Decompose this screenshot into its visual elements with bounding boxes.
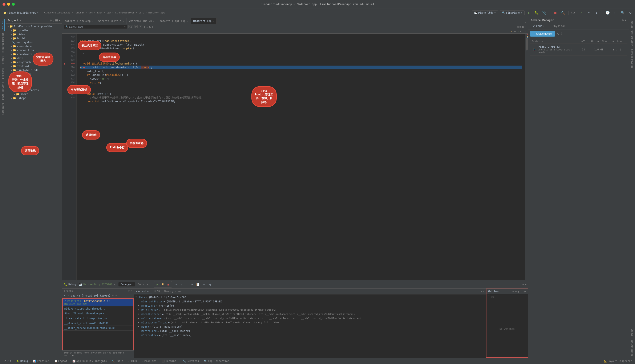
tab-close-icon[interactable]: ×: [213, 20, 214, 22]
search-settings-icon[interactable]: ⚙: [522, 25, 524, 28]
problems-tab[interactable]: ⚠ Problems: [141, 359, 158, 363]
sidebar-item-project[interactable]: Project: [1, 19, 5, 31]
frame-item-4[interactable]: __pthread_start(void*) 0x0000...: [63, 321, 133, 326]
code-collapse-button[interactable]: ⋮: [524, 30, 526, 33]
tab-midiport-cpp[interactable]: MidiPort.cpp ×: [191, 18, 217, 24]
debug-tab-close[interactable]: ×: [114, 283, 115, 286]
debugger-tab[interactable]: Debugger: [118, 282, 135, 286]
tree-item-easytouch[interactable]: ▶ 📂 easytouch: [6, 60, 62, 64]
debug-button[interactable]: 🐛: [534, 10, 540, 16]
prev-result-button[interactable]: ↑: [143, 25, 145, 28]
tree-item-libppc[interactable]: ▶ 📂 libppc: [6, 96, 62, 100]
frames-options-button[interactable]: ▾: [130, 290, 132, 292]
evaluate-expression-button[interactable]: 📋: [195, 282, 200, 287]
watch-expression-input[interactable]: [488, 295, 526, 299]
watches-more-icon[interactable]: ≫: [523, 290, 526, 293]
project-dropdown-arrow[interactable]: ▾: [20, 19, 21, 22]
var-write-listener[interactable]: ▶ mWriteListener = {std::__ndk1::vector<…: [134, 316, 486, 320]
running-devices-tab[interactable]: Running Devices: [630, 48, 634, 70]
search-close-icon[interactable]: ×: [525, 25, 526, 28]
device-col-header[interactable]: Device ▲: [532, 40, 576, 43]
move-up-icon[interactable]: ↑: [518, 290, 519, 293]
tree-item-composition[interactable]: ▶ 📂 composition: [6, 48, 62, 52]
tree-item-libaircast[interactable]: ▶ 📂 libaircast: [6, 80, 62, 84]
git-bottom-tab[interactable]: ⎇ Git: [2, 359, 13, 363]
vars-collapse-icon[interactable]: ⊟: [483, 290, 484, 293]
sidebar-item-structure[interactable]: Structure: [1, 102, 5, 116]
run-device-button[interactable]: ▶: [613, 48, 614, 51]
todo-tab[interactable]: ☑ TODO: [127, 359, 138, 363]
tab-waterfallimpl-h[interactable]: WaterfallImpl.h ×: [126, 18, 157, 24]
notifications-tab[interactable]: Notifications: [630, 338, 634, 358]
lldb-tab[interactable]: LLDB: [152, 289, 162, 294]
filter-frames-button[interactable]: ▽: [128, 290, 130, 292]
step-into-button[interactable]: ↓: [179, 282, 184, 287]
editor-scrollbar[interactable]: [525, 34, 528, 280]
build-button[interactable]: 🔨: [560, 10, 566, 16]
var-port-info[interactable]: ▶ mPortInfo = {PortInfo}: [134, 304, 486, 308]
attach-button[interactable]: 📎: [541, 10, 547, 16]
run-config-dropdown[interactable]: 🔍 FindPiano ▾: [500, 10, 524, 15]
var-status-lock[interactable]: mStatusLock = {std::__ndk1::mutex}: [134, 333, 486, 337]
profiler-bottom-tab[interactable]: 📊 Profiler: [32, 359, 51, 363]
services-tab[interactable]: 🔧 Services: [181, 359, 200, 363]
layout-inspector-tab[interactable]: 📐 Layout Inspector: [602, 359, 633, 363]
title-bar-buttons[interactable]: [3, 3, 15, 6]
physical-tab[interactable]: Physical: [548, 23, 570, 29]
git-check-button[interactable]: ✓: [578, 10, 584, 16]
app-quality-insights-tab[interactable]: 📈 App Quality Insights: [71, 359, 108, 363]
frame-item-0[interactable]: ✓ MidiPort:: notifyChannels () MidiPort.…: [63, 299, 133, 306]
case-sensitive-btn[interactable]: Cc: [128, 25, 133, 28]
whole-word-btn[interactable]: W: [134, 25, 138, 28]
var-lock[interactable]: ▶ mLock = {std::__ndk1::mutex}: [134, 325, 486, 329]
virtual-tab[interactable]: Virtual: [528, 23, 548, 29]
stop-debug-button[interactable]: ■: [166, 282, 171, 287]
logcat-bottom-tab[interactable]: 📋 Logcat: [53, 359, 69, 363]
search-filter-icon[interactable]: ⊞: [517, 25, 518, 28]
tab-waterfalllife-h[interactable]: WaterfallLife.h ×: [96, 18, 126, 24]
step-out-button[interactable]: ↑: [184, 282, 189, 287]
device-help-icon[interactable]: ?: [560, 32, 563, 36]
terminal-tab[interactable]: ⬛ Terminal: [160, 359, 179, 363]
debug-bottom-tab[interactable]: 🐛 Debug: [15, 359, 29, 363]
var-this[interactable]: ▼ this = {MidiPort *} 0x7eec5cs680: [134, 295, 486, 300]
git-push-button[interactable]: ↑: [586, 10, 592, 16]
maximize-button[interactable]: [12, 3, 15, 6]
git-pull-button[interactable]: ↓: [593, 10, 599, 16]
var-current-status[interactable]: mCurrentStatus = (MidiPort::Status) STAT…: [134, 300, 486, 304]
app-inspection-tab[interactable]: 🔍 App Inspection: [203, 359, 230, 363]
tree-item-gradle2[interactable]: ▶ 📂 gradle: [6, 76, 62, 80]
tree-item-buildsystem[interactable]: 🔧 buildsystem: [6, 40, 62, 44]
search-options-icon[interactable]: ≡: [519, 25, 521, 28]
var-midi-device[interactable]: ▶ mMidiDevice = __ndk1::shared_ptr<MidiD…: [134, 308, 486, 312]
tree-item-build[interactable]: ▶ 📂 build: [6, 36, 62, 40]
var-read-listener[interactable]: ▶ mReadListener = {std::__ndk1::vector<s…: [134, 312, 486, 316]
step-over-button[interactable]: ↷: [173, 282, 178, 287]
variables-tab[interactable]: Variables: [134, 289, 152, 294]
var-write-lock[interactable]: mWriteLock = {std::__ndk1::mutex}: [134, 329, 486, 333]
build-config-dropdown[interactable]: 🎹 Piano-lldb ▾: [472, 10, 498, 15]
minimize-button[interactable]: [7, 3, 10, 6]
tree-item-festival[interactable]: ▶ 📂 festival: [6, 64, 62, 68]
frame-item-5[interactable]: __start_thread 0x0000007f8fa39480: [63, 326, 133, 330]
project-settings-icon[interactable]: ⚙: [50, 19, 52, 22]
tree-item-doublecanvas[interactable]: ▶ 📂 doublecanvas: [6, 88, 62, 92]
frame-item-2[interactable]: Find::Thread::threadLoop(v...: [63, 311, 133, 316]
project-layout-icon[interactable]: ☰: [55, 19, 58, 22]
device-manager-settings-icon[interactable]: ⚙: [622, 18, 624, 22]
clock-icon[interactable]: 🕐: [605, 10, 610, 16]
size-col-header[interactable]: Size on Disk: [590, 40, 607, 43]
regex-btn[interactable]: *: [139, 25, 142, 28]
code-content[interactable]: bool MidiPort:: hasReadListener () { std…: [77, 34, 525, 280]
tree-item-root[interactable]: ▼ 📁 FindAndroidPianoApp ~/Studio: [6, 24, 62, 28]
tab-close-icon[interactable]: ×: [122, 20, 124, 22]
sidebar-item-resource[interactable]: Resource Manager: [1, 31, 5, 55]
project-dropdown[interactable]: 📁 FindAndroidPianoApp ▾: [2, 11, 40, 15]
tab-close-icon[interactable]: ×: [92, 20, 93, 22]
search-input[interactable]: [69, 26, 123, 28]
settings-button[interactable]: ⚙: [627, 10, 633, 16]
device-manager-close-icon[interactable]: ×: [625, 18, 626, 22]
error-count[interactable]: ✓ 12: [517, 30, 522, 33]
pause-button[interactable]: ⏸: [160, 282, 165, 287]
var-dispatcher-thread[interactable]: ▶ mDispatcherThread = {std::__ndk1::shar…: [134, 320, 486, 325]
